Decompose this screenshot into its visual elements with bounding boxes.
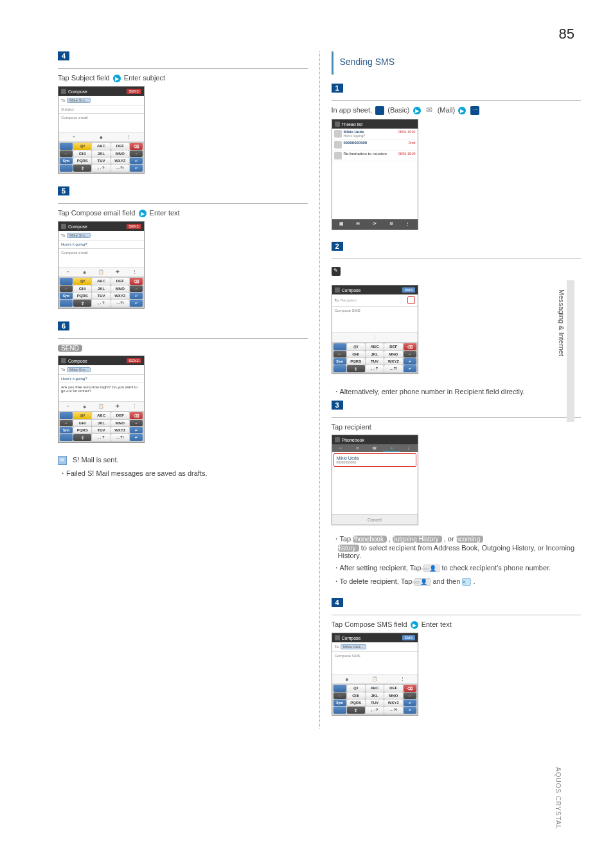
keypad[interactable]: @/ ABC DEF ⌫ ← GHI JKL MNO → Sym PQRS TU… [58,141,144,173]
send-button[interactable]: SEND [127,89,141,94]
key[interactable] [333,707,346,714]
key[interactable]: MNO [111,420,129,426]
key[interactable]: JKL [366,351,384,357]
key[interactable]: MNO [384,692,402,699]
paste-icon[interactable]: 📋 [98,403,104,410]
smiley-icon[interactable]: ☻ [82,269,88,275]
key[interactable]: → [130,420,143,426]
phonebook-tab[interactable]: ✉ [349,444,366,452]
key[interactable]: ⇧ [347,365,365,372]
key-backspace[interactable]: ⌫ [404,343,416,350]
key[interactable]: , . ? [92,165,110,172]
key[interactable]: TUV [366,358,384,365]
sms-button[interactable]: SMS [402,287,414,293]
body-field[interactable]: Compose SMS [332,652,418,674]
add-icon[interactable]: ✚ [114,403,121,410]
paste-icon[interactable]: 📋 [98,269,104,275]
phonebook-tab[interactable]: ☎ [366,444,384,452]
key[interactable]: ABC [92,278,110,285]
key[interactable]: Sym [60,293,73,299]
key[interactable]: WXYZ [111,427,129,433]
key[interactable]: , . ? [366,365,384,372]
key[interactable]: JKL [92,420,110,426]
menu-icon[interactable]: ⋮ [131,403,138,410]
menu-icon[interactable]: ⋮ [126,134,132,140]
key[interactable]: ← [333,351,346,357]
phonebook-tab[interactable]: ★ [383,444,400,452]
key[interactable]: DEF [384,685,402,692]
key[interactable]: DEF [111,412,129,419]
phonebook-entry[interactable]: Mikio Ueda 09000000000 [333,453,416,467]
recipient-placeholder[interactable]: Recipient [341,298,357,302]
key[interactable] [60,278,73,285]
key[interactable]: WXYZ [384,700,402,706]
key[interactable] [60,165,73,172]
key[interactable]: GHI [347,351,365,357]
key[interactable] [60,412,73,419]
clip-icon[interactable]: 𝄐 [71,134,77,140]
recipient-chip[interactable]: Mike Sm... [67,367,90,372]
key[interactable]: ← [60,420,73,426]
keypad[interactable]: @/ ABC DEF ⌫ ← GHI JKL MNO → Sym PQRS TU… [58,411,144,442]
key[interactable]: JKL [92,150,110,157]
recipient-chip[interactable]: Mike Sm... [67,98,90,103]
key[interactable]: ABC [92,412,110,419]
recipient-chip[interactable]: Mike Sm... [67,233,90,238]
key[interactable]: TUV [366,700,384,706]
key[interactable]: ↵ [130,158,143,164]
key[interactable]: @/ [73,143,91,150]
key[interactable]: PQRS [73,293,91,299]
key-enter[interactable]: ↵ [130,434,143,441]
key[interactable]: ← [60,150,73,157]
menu-icon[interactable]: ⋮ [399,676,405,682]
key[interactable]: ← [333,692,346,699]
footer-icon[interactable]: ▦ [338,221,344,228]
key[interactable]: ↵ [130,427,143,433]
history-button[interactable]: History [338,545,359,552]
key[interactable]: …?! [111,165,129,172]
key[interactable]: DEF [384,343,402,350]
key-backspace[interactable]: ⌫ [404,685,416,692]
key[interactable]: ABC [92,143,110,150]
key[interactable]: JKL [92,285,110,292]
subject-field[interactable]: How's it going? [58,375,144,383]
incoming-button[interactable]: Incoming [456,536,484,543]
key[interactable]: MNO [384,351,402,357]
key[interactable]: PQRS [73,427,91,433]
subject-field[interactable]: Subject [58,105,144,114]
thread-item[interactable]: Re:Invitation to reunion 08/01 15:00 [332,150,418,161]
key[interactable] [333,343,346,350]
key[interactable]: ⇧ [73,300,91,307]
key[interactable]: , . ? [92,434,110,441]
send-button[interactable]: SEND [127,224,141,229]
footer-icon[interactable]: ✉ [355,221,361,228]
thread-item[interactable]: Mikio Ueda How's it going? 08/01 15:01 [332,129,418,140]
key[interactable]: ↵ [404,358,416,365]
key[interactable]: , . ? [92,300,110,307]
key[interactable]: …?! [384,707,402,714]
phonebook-tab[interactable]: ⌂ [332,444,350,452]
clip-icon[interactable]: 𝄐 [65,403,71,410]
key[interactable] [60,143,73,150]
key[interactable]: GHI [347,692,365,699]
key[interactable]: Sym [333,358,346,365]
key[interactable]: DEF [111,278,129,285]
smiley-icon[interactable]: ☻ [82,403,88,410]
key[interactable]: PQRS [73,158,91,164]
key[interactable]: TUV [92,293,110,299]
smiley-icon[interactable]: ☻ [344,676,350,682]
key[interactable]: → [404,692,416,699]
key[interactable]: ↵ [404,700,416,706]
thread-item[interactable]: 09000000000 Draft [332,140,418,150]
key-enter[interactable]: ↵ [404,365,416,372]
smiley-icon[interactable]: ☻ [98,134,105,140]
recipient-tag[interactable]: 👤 [423,565,440,572]
key[interactable]: → [404,351,416,357]
body-field[interactable]: Compose email [58,114,144,132]
key[interactable]: PQRS [347,700,365,706]
body-field[interactable]: Are you free tomorrow night? Do you want… [58,383,144,401]
key-enter[interactable]: ↵ [130,300,143,307]
key[interactable]: MNO [111,150,129,157]
key-enter[interactable]: ↵ [130,165,143,172]
recipient-chip[interactable]: Mikio Ued... [341,644,366,649]
